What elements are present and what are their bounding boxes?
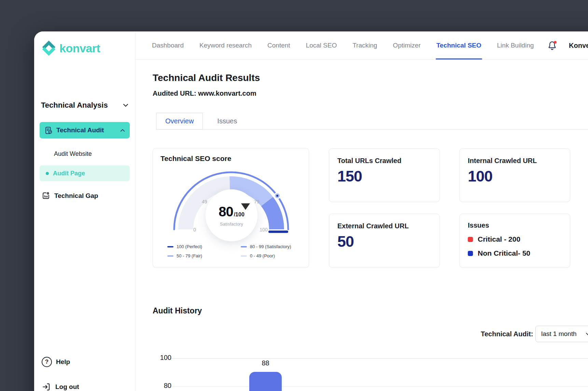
sidebar-item-audit-page[interactable]: Audit Page xyxy=(40,165,130,181)
gauge-tick-0: 0 xyxy=(193,227,196,232)
audited-url: Audited URL: www.konvart.com xyxy=(153,90,256,97)
technical-audit-icon xyxy=(44,126,53,135)
nav-item-technical-seo[interactable]: Technical SEO xyxy=(436,31,481,59)
nav-item-dashboard[interactable]: Dashboard xyxy=(152,31,184,59)
brand-logo[interactable]: konvart xyxy=(41,40,100,56)
bullet-dot-icon xyxy=(46,172,49,175)
audited-url-value: www.konvart.com xyxy=(198,90,256,97)
gauge-score-bubble: 80 /100 Satisfactory xyxy=(206,189,257,241)
notifications-button[interactable] xyxy=(547,40,557,51)
sidebar-item-label: Audit Page xyxy=(53,170,85,177)
issues-card-title: Issues xyxy=(468,221,562,229)
gauge-score-value: 80 xyxy=(219,204,233,219)
tab-overview[interactable]: Overview xyxy=(156,113,203,130)
help-button[interactable]: Help xyxy=(42,357,70,367)
external-crawled-url-card: External Crawled URL 50 xyxy=(329,214,440,268)
y-axis-tick-80: 80 xyxy=(144,382,171,390)
gauge-score-max: /100 xyxy=(234,212,244,218)
screen: konvart Technical Analysis Techni xyxy=(0,0,588,391)
nav-item-keyword-research[interactable]: Keyword research xyxy=(199,31,252,59)
gauge-tick-79: 79 xyxy=(254,199,260,204)
gauge-tick-100: 100 xyxy=(260,227,268,232)
legend-item-satisfactory: 80 - 99 (Satisfactory) xyxy=(241,244,291,249)
top-navigation: Dashboard Keyword research Content Local… xyxy=(136,31,588,60)
audit-period-select[interactable]: last 1 month xyxy=(535,326,588,342)
stat-value: 50 xyxy=(337,233,431,251)
stat-title: Total URLs Crawled xyxy=(337,157,431,165)
legend-item-poor: 0 - 49 (Poor) xyxy=(241,253,291,258)
non-critical-swatch-icon xyxy=(468,251,473,256)
app-window: konvart Technical Analysis Techni xyxy=(34,31,588,391)
gauge-tick-49: 49 xyxy=(202,199,207,204)
history-bar xyxy=(249,372,282,391)
sidebar-section-label: Technical Analysis xyxy=(41,101,108,110)
issue-non-critical-row: Non Critical- 50 xyxy=(468,249,562,257)
legend-item-perfect: 100 (Perfect) xyxy=(167,244,241,249)
audit-period-value: last 1 month xyxy=(541,330,577,338)
legend-item-fair: 50 - 79 (Fair) xyxy=(167,253,241,258)
nav-item-optimizer[interactable]: Optimizer xyxy=(393,31,421,59)
gridline-80 xyxy=(171,386,588,387)
tab-bar: Overview Issues xyxy=(156,113,588,130)
gauge-needle-icon xyxy=(241,203,250,210)
main-area: Dashboard Keyword research Content Local… xyxy=(136,31,588,391)
sidebar-item-label: Technical Audit xyxy=(56,126,117,134)
logo-icon xyxy=(41,40,57,56)
chevron-down-icon xyxy=(586,333,588,336)
gauge-legend: 100 (Perfect) 80 - 99 (Satisfactory) 50 … xyxy=(167,244,291,258)
sidebar-section-technical-analysis[interactable]: Technical Analysis xyxy=(41,101,128,110)
sidebar-item-audit-website[interactable]: Audit Website xyxy=(54,150,92,158)
sidebar-item-technical-audit[interactable]: Technical Audit xyxy=(40,122,130,138)
audit-period-label: Technical Audit: xyxy=(481,330,533,338)
stat-value: 150 xyxy=(337,167,431,185)
issues-card: Issues Critical - 200 Non Critical- 50 xyxy=(459,214,570,268)
nav-item-local-seo[interactable]: Local SEO xyxy=(306,31,337,59)
technical-seo-score-card: Technical SEO score 0 49 79 100 8 xyxy=(153,148,309,268)
internal-crawled-url-card: Internal Crawled URL 100 xyxy=(459,148,570,202)
gridline-100 xyxy=(171,358,588,359)
critical-swatch-icon xyxy=(468,237,473,242)
gauge-perfect-marker xyxy=(268,231,288,233)
nav-item-tracking[interactable]: Tracking xyxy=(352,31,377,59)
account-label[interactable]: Konve xyxy=(569,42,588,50)
nav-item-link-building[interactable]: Link Building xyxy=(497,31,534,59)
tab-issues[interactable]: Issues xyxy=(203,113,251,129)
audit-history-title: Audit History xyxy=(153,306,202,315)
sidebar: konvart Technical Analysis Techni xyxy=(34,31,136,391)
sidebar-item-label: Technical Gap xyxy=(54,192,98,200)
stat-title: External Crawled URL xyxy=(337,222,431,230)
stat-title: Internal Crawled URL xyxy=(468,157,562,165)
help-icon xyxy=(42,357,52,367)
logout-icon xyxy=(42,382,51,391)
chevron-up-icon xyxy=(120,129,125,132)
issue-critical-row: Critical - 200 xyxy=(468,235,562,243)
sidebar-item-technical-gap[interactable]: Technical Gap xyxy=(42,191,98,200)
gauge-status-label: Satisfactory xyxy=(220,221,243,227)
y-axis-tick-100: 100 xyxy=(144,354,171,362)
logout-button[interactable]: Log out xyxy=(42,382,79,391)
bar-value-label: 88 xyxy=(249,359,282,367)
chevron-down-icon xyxy=(123,104,128,107)
notification-dot xyxy=(554,41,557,43)
nav-item-content[interactable]: Content xyxy=(267,31,290,59)
page-title: Technical Audit Results xyxy=(153,72,260,83)
logo-wordmark: konvart xyxy=(59,42,100,55)
stat-value: 100 xyxy=(468,167,562,185)
total-urls-crawled-card: Total URLs Crawled 150 xyxy=(329,148,440,202)
technical-gap-icon xyxy=(42,191,50,200)
bell-icon xyxy=(547,40,557,51)
gauge-card-title: Technical SEO score xyxy=(160,154,231,163)
